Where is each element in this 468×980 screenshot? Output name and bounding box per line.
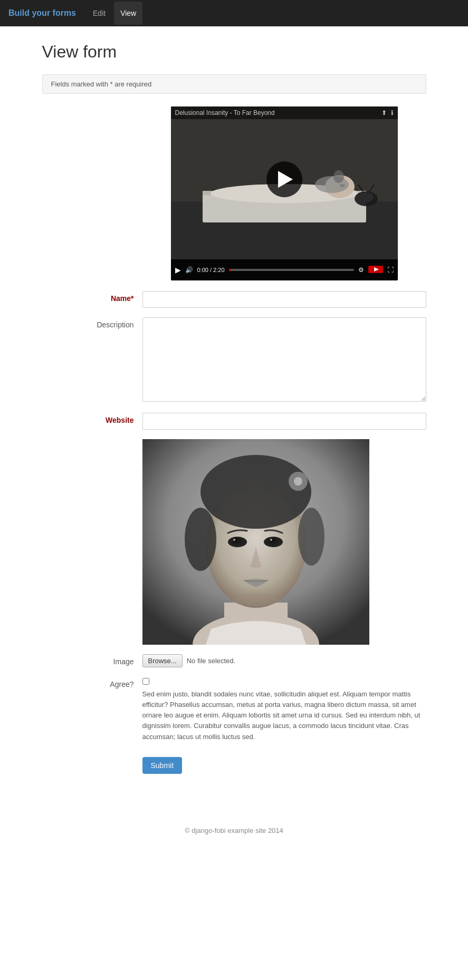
page-title: View form bbox=[42, 42, 426, 62]
video-progress-bar[interactable] bbox=[229, 269, 354, 271]
play-button[interactable] bbox=[266, 161, 302, 197]
agree-label: Agree? bbox=[42, 677, 142, 688]
face-image-svg bbox=[142, 439, 369, 645]
browse-button[interactable]: Browse... bbox=[142, 654, 183, 667]
form-image bbox=[142, 439, 369, 645]
form-row-website: Website bbox=[42, 413, 426, 430]
checkbox-wrap: Sed enim justo, blandit sodales nunc vit… bbox=[142, 677, 426, 742]
description-label: Description bbox=[42, 317, 142, 329]
form-row-name: Name* bbox=[42, 291, 426, 308]
video-fullscreen-icon[interactable]: ⛶ bbox=[387, 266, 394, 274]
play-triangle-icon bbox=[278, 171, 293, 188]
form-row-image: Image Browse... No file selected. bbox=[42, 654, 426, 667]
footer: © django-fobi example site 2014 bbox=[0, 811, 468, 845]
svg-point-19 bbox=[200, 455, 311, 529]
file-input-wrap: Browse... No file selected. bbox=[142, 654, 426, 667]
page-container: View form Fields marked with * are requi… bbox=[34, 26, 435, 790]
website-input[interactable] bbox=[142, 413, 426, 430]
agree-checkbox-label bbox=[142, 677, 426, 685]
submit-button[interactable]: Submit bbox=[142, 757, 183, 774]
svg-point-8 bbox=[333, 170, 344, 183]
svg-point-32 bbox=[232, 594, 280, 606]
required-notice: Fields marked with * are required bbox=[42, 74, 426, 94]
video-title: Delusional Insanity - To Far Beyond bbox=[175, 109, 275, 117]
name-label: Name* bbox=[42, 291, 142, 303]
image-input-wrap: Browse... No file selected. bbox=[142, 654, 426, 667]
svg-point-10 bbox=[359, 192, 374, 202]
submit-wrap: Submit bbox=[42, 752, 426, 774]
svg-point-21 bbox=[298, 508, 324, 566]
video-time: 0:00 / 2:20 bbox=[197, 267, 225, 273]
name-input-wrap bbox=[142, 291, 426, 308]
nav-link-edit[interactable]: Edit bbox=[87, 2, 112, 25]
svg-point-7 bbox=[340, 184, 345, 187]
agree-text: Sed enim justo, blandit sodales nunc vit… bbox=[142, 689, 426, 742]
description-input-wrap bbox=[142, 317, 426, 403]
video-play-icon[interactable]: ▶ bbox=[175, 266, 181, 274]
video-progress-fill bbox=[229, 269, 232, 271]
agree-checkbox[interactable] bbox=[142, 678, 149, 685]
name-input[interactable] bbox=[142, 291, 426, 308]
form-row-agree: Agree? Sed enim justo, blandit sodales n… bbox=[42, 677, 426, 742]
svg-point-23 bbox=[294, 477, 302, 486]
website-input-wrap bbox=[142, 413, 426, 430]
form-row-description: Description bbox=[42, 317, 426, 403]
nav-link-view[interactable]: View bbox=[114, 2, 142, 25]
video-settings-icon[interactable]: ⚙ bbox=[358, 266, 364, 274]
footer-text: © django-fobi example site 2014 bbox=[185, 827, 283, 835]
agree-input-wrap: Sed enim justo, blandit sodales nunc vit… bbox=[142, 677, 426, 742]
video-controls: ▶ 🔊 0:00 / 2:20 ⚙ ⛶ bbox=[171, 259, 398, 280]
share-icon: ⬆ bbox=[381, 109, 387, 117]
description-input[interactable] bbox=[142, 317, 426, 402]
video-container: Delusional Insanity - To Far Beyond ⬆ ℹ bbox=[142, 106, 426, 280]
video-topbar-right: ⬆ ℹ bbox=[381, 109, 394, 117]
video-volume-icon[interactable]: 🔊 bbox=[185, 266, 193, 274]
image-label: Image bbox=[42, 654, 142, 666]
website-label: Website bbox=[42, 413, 142, 424]
video-scene bbox=[171, 106, 398, 259]
video-topbar: Delusional Insanity - To Far Beyond ⬆ ℹ bbox=[171, 106, 398, 119]
view-form: Name* Description Website bbox=[42, 291, 426, 774]
video-youtube-logo bbox=[368, 266, 383, 274]
navbar: Build your forms Edit View bbox=[0, 0, 468, 26]
file-selected-label: No file selected. bbox=[187, 657, 236, 665]
image-display-container bbox=[142, 439, 426, 645]
info-icon: ℹ bbox=[391, 109, 394, 117]
video-player[interactable]: Delusional Insanity - To Far Beyond ⬆ ℹ bbox=[171, 106, 398, 280]
svg-point-20 bbox=[185, 508, 216, 571]
svg-point-27 bbox=[233, 539, 235, 541]
svg-point-31 bbox=[270, 539, 272, 541]
navbar-brand[interactable]: Build your forms bbox=[8, 8, 76, 18]
